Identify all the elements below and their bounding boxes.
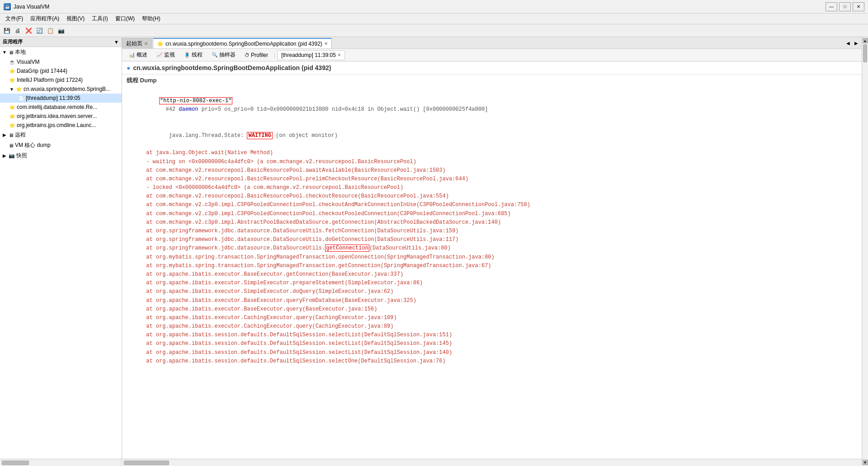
stack-line-1: at java.lang.Object.wait(Native Method)	[127, 149, 857, 157]
expand-local[interactable]: ▼	[2, 50, 7, 55]
sidebar-item-local[interactable]: ▼ 🖥 本地	[0, 47, 122, 57]
remote-label: 远程	[15, 131, 26, 139]
stack-line-3: at com.mchange.v2.resourcepool.BasicReso…	[127, 166, 857, 175]
app-icon: ☕	[4, 3, 11, 10]
menu-view[interactable]: 视图(V)	[63, 14, 88, 24]
comintellij-label: com.intellij.database.remote.Re...	[17, 104, 97, 110]
menu-window[interactable]: 窗口(W)	[112, 14, 138, 24]
sidebar-item-snapshot[interactable]: ▶ 📷 快照	[0, 151, 122, 161]
threaddump-label: [threaddump] 11:39:05	[26, 95, 80, 101]
stack-line-17: at org.apache.ibatis.executor.SimpleExec…	[127, 287, 857, 296]
tab-app-label: cn.wuxia.springbootdemo.SpringBootDemoAp…	[165, 41, 322, 47]
local-label: 本地	[15, 48, 26, 56]
remote-icon: 🖥	[9, 132, 14, 138]
snapshot-icon: 📷	[9, 153, 15, 159]
visualvm-icon: ☕	[9, 59, 15, 65]
menu-bar: 文件(F) 应用程序(A) 视图(V) 工具(I) 窗口(W) 帮助(H)	[0, 14, 868, 24]
stack-line-2: - waiting on <0x00000006c4a4dfc0> (a com…	[127, 158, 857, 166]
close-button[interactable]: ✕	[853, 2, 864, 11]
expand-springboot[interactable]: ▼	[9, 87, 14, 92]
toolbar-clipboard[interactable]: 📋	[45, 26, 55, 36]
main-layout: 应用程序 ▼ ▼ 🖥 本地 ☕ VisualVM	[0, 37, 868, 466]
sub-tab-separator: |	[274, 52, 275, 58]
jetbrains2-label: org.jetbrains.jps.cmdline.Launc...	[17, 122, 96, 128]
stack-line-4: at com.mchange.v2.resourcepool.BasicReso…	[127, 175, 857, 184]
tab-nav-right[interactable]: ▶	[853, 40, 860, 47]
stack-line-23: at org.apache.ibatis.session.defaults.De…	[127, 339, 857, 348]
tab-app[interactable]: ⭐ cn.wuxia.springbootdemo.SpringBootDemo…	[153, 38, 332, 48]
sidebar-scrollbar[interactable]	[0, 459, 122, 466]
sidebar-item-datagrip[interactable]: ⭐ DataGrip (pid 17444)	[0, 66, 122, 75]
stack-line-7: at com.mchange.v2.c3p0.impl.C3P0PooledCo…	[127, 201, 857, 209]
sidebar-content: ▼ 🖥 本地 ☕ VisualVM ⭐ DataGrip (pid 17444)	[0, 47, 122, 459]
tab-start-close-icon: ✕	[144, 41, 148, 46]
page-title: cn.wuxia.springbootdemo.SpringBootDemoAp…	[133, 64, 331, 71]
stack-line-19: at org.apache.ibatis.executor.BaseExecut…	[127, 305, 857, 314]
tab-sampler[interactable]: 🔍 抽样器	[208, 49, 240, 61]
thread-header-line: "http-nio-8082-exec-1" #42 daemon prio=5…	[127, 88, 857, 123]
profiler-icon: ⏱	[245, 52, 250, 58]
springboot-label: cn.wuxia.springbootdemo.SpringB...	[24, 86, 110, 92]
menu-help[interactable]: 帮助(H)	[138, 14, 164, 24]
page-title-icon: ●	[127, 64, 130, 71]
toolbar-save[interactable]: 💾	[2, 26, 12, 36]
toolbar-delete[interactable]: ❌	[24, 26, 33, 36]
tab-app-icon: ⭐	[157, 41, 164, 47]
stack-line-10: at org.springframework.jdbc.datasource.D…	[127, 227, 857, 235]
sidebar-toggle-icon[interactable]: ▼	[114, 39, 119, 45]
sidebar-item-springboot[interactable]: ▼ ⭐ cn.wuxia.springbootdemo.SpringB...	[0, 85, 122, 94]
tab-overview[interactable]: 📊 概述	[125, 49, 151, 61]
tab-start[interactable]: 起始页 ✕	[122, 38, 152, 48]
toolbar-refresh[interactable]: 🔄	[34, 26, 44, 36]
tab-threads-label: 线程	[192, 51, 203, 59]
menu-file[interactable]: 文件(F)	[2, 14, 27, 24]
sidebar-item-threaddump[interactable]: 📄 [threaddump] 11:39:05	[0, 94, 122, 103]
tab-nav-left[interactable]: ◀	[844, 40, 852, 47]
tab-threaddump-close-icon[interactable]: ✕	[337, 52, 341, 57]
tab-app-close-icon[interactable]: ✕	[324, 41, 328, 46]
horizontal-scrollbar[interactable]	[122, 459, 862, 466]
toolbar-camera[interactable]: 📷	[56, 26, 66, 36]
menu-tools[interactable]: 工具(I)	[88, 14, 111, 24]
threaddump-icon: 📄	[18, 95, 24, 101]
intellij-label: IntelliJ Platform (pid 17224)	[17, 77, 83, 83]
sidebar-item-jetbrains2[interactable]: ⭐ org.jetbrains.jps.cmdline.Launc...	[0, 121, 122, 130]
stack-line-20: at org.apache.ibatis.executor.CachingExe…	[127, 314, 857, 322]
stack-line-24: at org.apache.ibatis.session.defaults.De…	[127, 348, 857, 357]
tab-profiler[interactable]: ⏱ Profiler	[241, 50, 272, 60]
datagrip-icon: ⭐	[9, 68, 15, 74]
thread-state-line: java.lang.Thread.State: WAITING (on obje…	[127, 123, 857, 149]
menu-app[interactable]: 应用程序(A)	[27, 14, 63, 24]
vmcore-label: VM 核心 dump	[15, 141, 51, 149]
toolbar-print[interactable]: 🖨	[13, 26, 23, 36]
tab-monitor[interactable]: 📈 监视	[152, 49, 179, 61]
sidebar-item-vmcore[interactable]: ▶ 🖥 VM 核心 dump	[0, 140, 122, 151]
jetbrains1-label: org.jetbrains.idea.maven.server...	[17, 113, 97, 119]
thread-name-highlight: "http-nio-8082-exec-1"	[159, 97, 232, 104]
maximize-button[interactable]: □	[839, 2, 851, 11]
stack-line-18: at org.apache.ibatis.executor.BaseExecut…	[127, 297, 857, 305]
content-area: 起始页 ✕ ⭐ cn.wuxia.springbootdemo.SpringBo…	[122, 37, 862, 466]
expand-remote[interactable]: ▶	[2, 132, 7, 137]
toolbar: 💾 🖨 ❌ 🔄 📋 📷	[0, 24, 868, 37]
sidebar-item-jetbrains1[interactable]: ⭐ org.jetbrains.idea.maven.server...	[0, 112, 122, 121]
tab-nav-buttons: ◀ ▶	[843, 38, 862, 48]
tab-threads[interactable]: 🧵 线程	[180, 49, 207, 61]
overview-icon: 📊	[129, 52, 135, 58]
vertical-scrollbar[interactable]: ▲ ▼	[862, 37, 868, 466]
title-bar-controls: — □ ✕	[826, 2, 864, 11]
stack-line-11: at org.springframework.jdbc.datasource.D…	[127, 235, 857, 244]
sidebar-item-comintellij[interactable]: ⭐ com.intellij.database.remote.Re...	[0, 103, 122, 112]
tab-threaddump[interactable]: [threaddump] 11:39:05 ✕	[277, 50, 345, 60]
code-area[interactable]: "http-nio-8082-exec-1" #42 daemon prio=5…	[122, 86, 862, 459]
sidebar-item-intellij[interactable]: ⭐ IntelliJ Platform (pid 17224)	[0, 75, 122, 85]
minimize-button[interactable]: —	[826, 2, 837, 11]
sidebar-header: 应用程序 ▼	[0, 37, 122, 47]
tab-overview-label: 概述	[137, 51, 147, 59]
sub-tab-bar: 📊 概述 📈 监视 🧵 线程 🔍 抽样器 ⏱ Profiler | [threa	[122, 49, 862, 61]
sidebar-item-visualvm[interactable]: ☕ VisualVM	[0, 57, 122, 66]
sidebar-item-remote[interactable]: ▶ 🖥 远程	[0, 130, 122, 140]
expand-snapshot[interactable]: ▶	[2, 153, 7, 158]
stack-line-22: at org.apache.ibatis.session.defaults.De…	[127, 331, 857, 339]
stack-line-16: at org.apache.ibatis.executor.SimpleExec…	[127, 279, 857, 287]
